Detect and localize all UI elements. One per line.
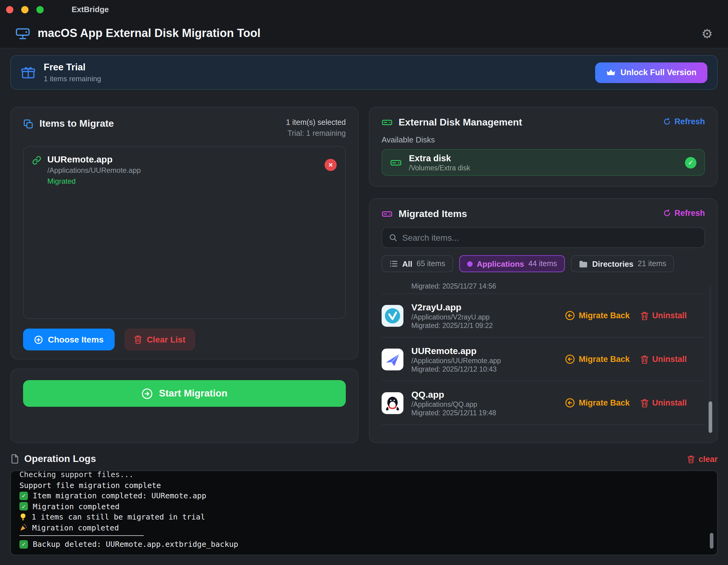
disk-row[interactable]: Extra disk /Volumes/Extra disk ✓ — [382, 149, 705, 176]
uuremote-app-icon — [382, 348, 403, 370]
crown-icon — [606, 69, 615, 76]
unlock-label: Unlock Full Version — [620, 68, 696, 77]
qq-app-icon — [382, 392, 403, 414]
page-title: macOS App External Disk Migration Tool — [38, 27, 261, 40]
migrate-items-list: UURemote.app /Applications/UURemote.app … — [23, 146, 346, 319]
trash-icon — [688, 455, 695, 463]
migrate-back-button[interactable]: Migrate Back — [565, 354, 630, 364]
filter-all-count: 65 items — [416, 260, 445, 268]
bulb-icon — [19, 513, 27, 521]
refresh-migrated-label: Refresh — [674, 209, 705, 218]
arrow-left-circle-icon — [565, 398, 575, 408]
v2rayu-app-icon — [382, 304, 403, 326]
disk-name: Extra disk — [409, 153, 470, 163]
migrated-card-title: Migrated Items — [399, 209, 467, 220]
refresh-disks-button[interactable]: Refresh — [663, 117, 705, 126]
refresh-migrated-button[interactable]: Refresh — [663, 209, 705, 218]
search-input[interactable] — [402, 233, 698, 243]
search-box — [382, 227, 705, 248]
party-icon — [19, 524, 27, 532]
filter-applications[interactable]: Applications 44 items — [459, 255, 565, 272]
filter-applications-label: Applications — [477, 259, 524, 268]
filter-all-label: All — [402, 259, 412, 268]
app-name: V2rayU.app — [411, 302, 493, 312]
uninstall-button[interactable]: Uninstall — [641, 355, 687, 364]
filter-directories-count: 21 items — [638, 260, 666, 268]
clear-logs-button[interactable]: clear — [688, 454, 718, 463]
app-path: /Applications/QQ.app — [411, 401, 496, 408]
migrated-date: Migrated: 2025/12/11 19:48 — [411, 409, 496, 416]
migrate-back-button[interactable]: Migrate Back — [565, 398, 630, 408]
available-disks-label: Available Disks — [382, 135, 705, 144]
window-zoom-button[interactable] — [36, 6, 44, 13]
uninstall-button[interactable]: Uninstall — [641, 311, 687, 320]
window-title: ExtBridge — [72, 5, 109, 14]
list-item: QQ.app /Applications/QQ.app Migrated: 20… — [382, 381, 705, 425]
uninstall-button[interactable]: Uninstall — [641, 398, 687, 407]
filter-directories-label: Directories — [592, 259, 633, 268]
free-trial-banner: Free Trial 1 items remaining Unlock Full… — [10, 55, 718, 90]
app-header: macOS App External Disk Migration Tool ⚙ — [0, 19, 728, 49]
list-item: V2rayU.app /Applications/V2rayU.app Migr… — [382, 294, 705, 338]
check-icon: ✓ — [19, 492, 28, 500]
disk-connected-check-icon: ✓ — [685, 157, 696, 168]
scrollbar-thumb[interactable] — [710, 533, 713, 549]
refresh-disks-label: Refresh — [674, 117, 705, 126]
trash-icon — [641, 355, 649, 363]
start-migration-label: Start Migration — [159, 388, 227, 399]
disk-drive-icon — [382, 117, 393, 128]
external-disk-card: External Disk Management Refresh Availab… — [369, 107, 718, 187]
migrated-items-card: Migrated Items Refresh — [369, 198, 718, 443]
link-icon — [32, 156, 41, 165]
logs-title: Operation Logs — [24, 453, 96, 464]
choose-items-button[interactable]: Choose Items — [23, 328, 115, 350]
item-path: /Applications/UURemote.app — [47, 166, 141, 175]
trash-icon — [134, 335, 142, 344]
window-close-button[interactable] — [6, 6, 13, 13]
list-item-partial: Migrated: 2025/11/27 14:56 — [382, 278, 705, 294]
migrated-date: Migrated: 2025/12/12 10:43 — [411, 365, 501, 373]
clear-list-button[interactable]: Clear List — [124, 328, 195, 350]
choose-items-label: Choose Items — [48, 334, 104, 344]
migrated-drive-icon — [382, 209, 393, 220]
app-window: ExtBridge macOS App External Disk Migrat… — [0, 0, 728, 565]
app-path: /Applications/V2rayU.app — [411, 313, 493, 321]
clear-list-label: Clear List — [147, 334, 186, 344]
refresh-icon — [663, 118, 671, 126]
migrate-back-label: Migrate Back — [579, 311, 630, 320]
log-line: ✓Item migration completed: UURemote.app — [19, 490, 709, 501]
document-icon — [10, 454, 19, 464]
window-minimize-button[interactable] — [21, 6, 29, 13]
uninstall-label: Uninstall — [652, 311, 687, 320]
arrow-right-circle-icon — [141, 388, 153, 399]
migrate-back-label: Migrate Back — [579, 398, 630, 407]
uninstall-label: Uninstall — [652, 355, 687, 364]
migrate-back-label: Migrate Back — [579, 355, 630, 364]
clear-logs-label: clear — [699, 454, 718, 463]
app-path: /Applications/UURemote.app — [411, 357, 501, 364]
item-status-badge: Migrated — [47, 177, 141, 186]
item-name: UURemote.app — [47, 154, 141, 164]
search-icon — [389, 234, 397, 242]
log-line: ✓Migration completed — [19, 501, 709, 512]
copy-items-icon — [23, 119, 33, 129]
log-console[interactable]: Checking support files... Support file m… — [10, 470, 718, 555]
migrate-back-button[interactable]: Migrate Back — [565, 310, 630, 321]
trash-icon — [641, 311, 649, 320]
external-disk-icon — [390, 157, 402, 168]
unlock-full-version-button[interactable]: Unlock Full Version — [595, 62, 707, 83]
scrollbar-thumb[interactable] — [709, 401, 712, 433]
trial-remaining-text: 1 items remaining — [44, 75, 101, 83]
refresh-icon — [663, 209, 671, 217]
settings-gear-icon[interactable]: ⚙ — [701, 27, 713, 40]
main-content: Free Trial 1 items remaining Unlock Full… — [0, 55, 728, 555]
list-item: UURemote.app /Applications/UURemote.app … — [382, 338, 705, 381]
filter-all[interactable]: All 65 items — [382, 255, 453, 272]
disk-path: /Volumes/Extra disk — [409, 164, 470, 172]
filter-directories[interactable]: Directories 21 items — [571, 255, 674, 272]
start-migration-button[interactable]: Start Migration — [23, 380, 346, 407]
filter-applications-count: 44 items — [528, 260, 557, 268]
traffic-lights — [6, 6, 52, 13]
remove-item-button[interactable]: × — [325, 159, 337, 171]
log-line: Checking support files... — [19, 470, 709, 480]
